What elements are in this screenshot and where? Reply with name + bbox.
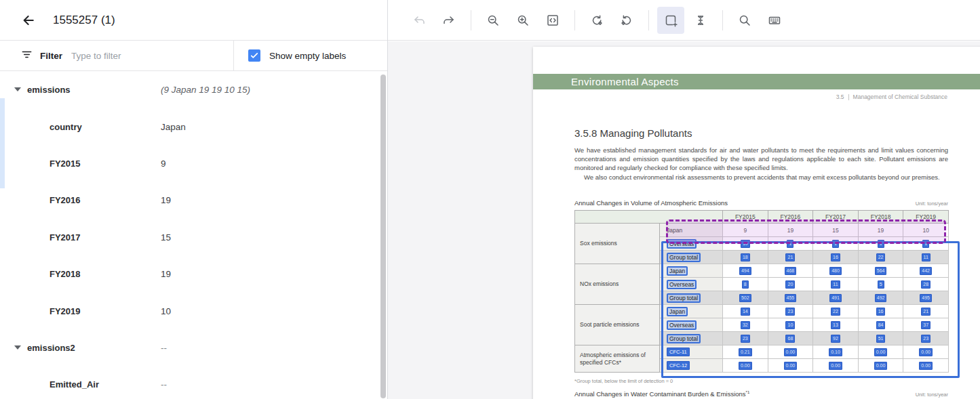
zoom-out-icon bbox=[486, 14, 500, 27]
back-button[interactable] bbox=[18, 12, 36, 29]
label-list: emissions(9 Japan 19 19 10 15)countryJap… bbox=[0, 71, 378, 399]
label-value: -- bbox=[161, 379, 167, 390]
chevron-down-icon[interactable] bbox=[14, 87, 21, 91]
toolbar bbox=[388, 0, 980, 41]
back-arrow-icon bbox=[20, 13, 35, 28]
show-empty-labels-label: Show empty labels bbox=[269, 51, 346, 61]
fit-code-button[interactable] bbox=[539, 7, 566, 34]
panel-scrollbar-thumb[interactable] bbox=[380, 75, 386, 398]
sidebar-item-FY2018[interactable]: FY201819 bbox=[0, 255, 378, 292]
sidebar-item-Emitted_Air[interactable]: Emitted_Air-- bbox=[0, 366, 378, 399]
sidebar-item-country[interactable]: countryJapan bbox=[0, 108, 378, 144]
toolbar-separator bbox=[471, 10, 471, 30]
label-name: FY2017 bbox=[50, 232, 81, 242]
label-name: FY2018 bbox=[50, 269, 81, 279]
undo-icon bbox=[412, 14, 426, 27]
label-name: FY2016 bbox=[50, 195, 81, 205]
filter-icon bbox=[21, 49, 33, 63]
next-table-unit: Unit: tons/year bbox=[916, 392, 948, 398]
add-bounding-box-icon bbox=[664, 14, 678, 27]
row-group-label: Sox emissions bbox=[575, 224, 660, 264]
doc-section-line: 3.5 Management of Chemical Substance bbox=[836, 93, 947, 100]
filter-row: Filter Show empty labels bbox=[0, 41, 387, 71]
label-name: Emitted_Air bbox=[50, 379, 99, 390]
sidebar-item-FY2017[interactable]: FY201715 bbox=[0, 219, 378, 255]
document-page: Environmental Aspects 3.5 Management of … bbox=[533, 47, 980, 399]
redo-button[interactable] bbox=[435, 7, 463, 34]
doc-section-number: 3.5 bbox=[836, 93, 844, 100]
sidebar-item-FY2015[interactable]: FY20159 bbox=[0, 145, 378, 182]
next-table-title: Annual Changes in Water Contaminant Burd… bbox=[574, 390, 749, 398]
label-name: emissions bbox=[27, 85, 71, 95]
table-footnote: *Group total, below the limit of detecti… bbox=[574, 378, 673, 384]
zoom-in-icon bbox=[516, 14, 530, 27]
zoom-out-button[interactable] bbox=[479, 7, 507, 34]
doc-paragraphs: We have established management standards… bbox=[574, 146, 948, 182]
zoom-in-button[interactable] bbox=[509, 7, 536, 34]
sidebar-item-FY2016[interactable]: FY201619 bbox=[0, 182, 378, 218]
fit-code-icon bbox=[546, 14, 560, 27]
filter-section: Filter bbox=[0, 41, 234, 70]
toolbar-separator bbox=[648, 10, 649, 30]
app-root: 1555257 (1) Filter Show empty labels emi… bbox=[0, 0, 980, 399]
chevron-down-icon[interactable] bbox=[14, 345, 21, 350]
text-select-button[interactable] bbox=[687, 7, 714, 34]
table-unit: Unit: tons/year bbox=[916, 201, 948, 207]
sidebar-item-FY2019[interactable]: FY201910 bbox=[0, 292, 378, 329]
rotate-right-icon bbox=[620, 14, 633, 27]
panel-header: 1555257 (1) bbox=[0, 0, 387, 41]
row-group-label: Soot particle emissions bbox=[575, 305, 660, 345]
add-bounding-box-button[interactable] bbox=[657, 7, 684, 34]
show-empty-labels-section: Show empty labels bbox=[234, 41, 387, 70]
paragraph: We also conduct environmental risk asses… bbox=[574, 173, 948, 182]
label-value: 19 bbox=[161, 269, 171, 279]
row-group-label: Atmospheric emissions of specified CFCs* bbox=[575, 345, 660, 373]
row-group-label: NOx emissions bbox=[575, 264, 660, 305]
label-value: Japan bbox=[161, 121, 186, 131]
table-title-row: Annual Changes in Volume of Atmospheric … bbox=[574, 199, 948, 207]
sidebar-item-emissions[interactable]: emissions(9 Japan 19 19 10 15) bbox=[0, 71, 378, 108]
filter-input[interactable] bbox=[70, 50, 208, 62]
label-name: FY2019 bbox=[50, 306, 81, 316]
rotate-left-icon bbox=[590, 14, 604, 27]
label-value: 19 bbox=[161, 195, 171, 205]
label-value: 15 bbox=[161, 232, 171, 242]
search-icon bbox=[738, 14, 751, 27]
label-value: (9 Japan 19 19 10 15) bbox=[161, 85, 250, 95]
label-name: emissions2 bbox=[27, 342, 75, 352]
label-value: -- bbox=[161, 342, 167, 352]
sidebar-item-emissions2[interactable]: emissions2-- bbox=[0, 329, 378, 366]
label-name: country bbox=[50, 121, 82, 131]
doc-heading: 3.5.8 Managing Pollutants bbox=[574, 127, 692, 139]
search-button[interactable] bbox=[731, 7, 758, 34]
japan-row-annotation-box[interactable] bbox=[666, 219, 946, 244]
document-canvas: Environmental Aspects 3.5 Management of … bbox=[388, 41, 980, 399]
keyboard-button[interactable] bbox=[761, 7, 788, 34]
section-divider bbox=[848, 94, 849, 100]
doc-banner: Environmental Aspects bbox=[533, 74, 980, 89]
page-title: 1555257 (1) bbox=[53, 14, 115, 27]
label-name: FY2015 bbox=[50, 158, 81, 168]
rotate-right-button[interactable] bbox=[613, 7, 640, 34]
check-icon bbox=[250, 51, 259, 60]
redo-icon bbox=[442, 14, 456, 27]
doc-section-title: Management of Chemical Substance bbox=[853, 93, 947, 100]
undo-button[interactable] bbox=[406, 7, 433, 34]
filter-label: Filter bbox=[40, 51, 62, 61]
labels-panel: 1555257 (1) Filter Show empty labels emi… bbox=[0, 0, 388, 399]
show-empty-labels-checkbox[interactable] bbox=[248, 49, 260, 62]
scroll-position-indicator bbox=[0, 98, 5, 188]
rotate-left-button[interactable] bbox=[583, 7, 610, 34]
text-select-icon bbox=[694, 14, 707, 27]
toolbar-separator bbox=[722, 10, 723, 30]
label-value: 9 bbox=[161, 158, 166, 168]
next-table-title-row: Annual Changes in Water Contaminant Burd… bbox=[574, 390, 948, 398]
paragraph: We have established management standards… bbox=[574, 146, 948, 173]
document-area: Environmental Aspects 3.5 Management of … bbox=[388, 0, 980, 399]
label-value: 10 bbox=[161, 306, 171, 316]
toolbar-separator bbox=[574, 10, 575, 30]
selection-annotation-box[interactable] bbox=[661, 241, 960, 378]
table-title: Annual Changes in Volume of Atmospheric … bbox=[574, 199, 728, 207]
keyboard-icon bbox=[768, 14, 781, 27]
